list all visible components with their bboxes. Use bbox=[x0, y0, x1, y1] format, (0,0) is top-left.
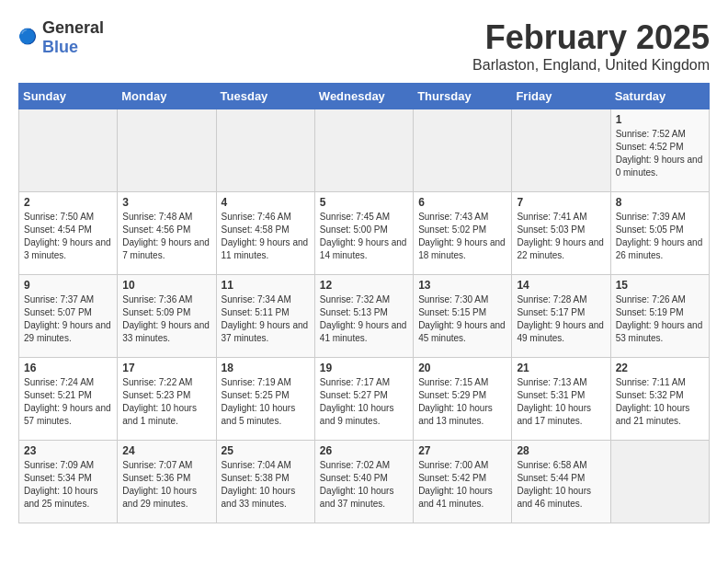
header-monday: Monday bbox=[118, 84, 216, 109]
calendar-cell bbox=[216, 109, 314, 192]
calendar-cell: 22Sunrise: 7:11 AM Sunset: 5:32 PM Dayli… bbox=[610, 358, 709, 441]
day-info: Sunrise: 7:37 AM Sunset: 5:07 PM Dayligh… bbox=[24, 293, 112, 345]
day-info: Sunrise: 7:17 AM Sunset: 5:27 PM Dayligh… bbox=[320, 376, 408, 428]
calendar-cell: 26Sunrise: 7:02 AM Sunset: 5:40 PM Dayli… bbox=[314, 441, 413, 523]
day-number: 25 bbox=[222, 444, 310, 457]
day-number: 28 bbox=[517, 444, 605, 457]
day-info: Sunrise: 7:28 AM Sunset: 5:17 PM Dayligh… bbox=[517, 293, 605, 345]
calendar-cell: 8Sunrise: 7:39 AM Sunset: 5:05 PM Daylig… bbox=[610, 192, 709, 275]
calendar-cell: 12Sunrise: 7:32 AM Sunset: 5:13 PM Dayli… bbox=[314, 275, 413, 358]
calendar-cell: 5Sunrise: 7:45 AM Sunset: 5:00 PM Daylig… bbox=[314, 192, 413, 275]
calendar-cell: 20Sunrise: 7:15 AM Sunset: 5:29 PM Dayli… bbox=[414, 358, 512, 441]
day-number: 10 bbox=[122, 279, 210, 292]
day-number: 26 bbox=[320, 444, 408, 457]
day-number: 4 bbox=[222, 196, 310, 209]
day-number: 24 bbox=[122, 444, 210, 457]
header-wednesday: Wednesday bbox=[314, 84, 413, 109]
calendar-cell: 10Sunrise: 7:36 AM Sunset: 5:09 PM Dayli… bbox=[118, 275, 216, 358]
calendar-cell: 25Sunrise: 7:04 AM Sunset: 5:38 PM Dayli… bbox=[216, 441, 314, 523]
calendar-cell: 21Sunrise: 7:13 AM Sunset: 5:31 PM Dayli… bbox=[512, 358, 610, 441]
day-number: 9 bbox=[24, 279, 112, 292]
day-number: 17 bbox=[122, 362, 210, 374]
calendar-body: 1Sunrise: 7:52 AM Sunset: 4:52 PM Daylig… bbox=[19, 109, 710, 523]
calendar-cell bbox=[414, 109, 512, 192]
calendar-cell: 15Sunrise: 7:26 AM Sunset: 5:19 PM Dayli… bbox=[610, 275, 709, 358]
calendar-table: Sunday Monday Tuesday Wednesday Thursday… bbox=[18, 83, 710, 523]
calendar-cell bbox=[118, 109, 216, 192]
day-info: Sunrise: 7:41 AM Sunset: 5:03 PM Dayligh… bbox=[517, 211, 605, 262]
calendar-cell bbox=[610, 441, 709, 523]
day-info: Sunrise: 7:39 AM Sunset: 5:05 PM Dayligh… bbox=[616, 211, 704, 262]
header-sunday: Sunday bbox=[19, 84, 118, 109]
calendar-cell: 7Sunrise: 7:41 AM Sunset: 5:03 PM Daylig… bbox=[512, 192, 610, 275]
header: 🔵 General Blue February 2025 Barlaston, … bbox=[18, 18, 710, 74]
calendar-cell: 17Sunrise: 7:22 AM Sunset: 5:23 PM Dayli… bbox=[118, 358, 216, 441]
calendar-cell: 3Sunrise: 7:48 AM Sunset: 4:56 PM Daylig… bbox=[118, 192, 216, 275]
day-info: Sunrise: 7:34 AM Sunset: 5:11 PM Dayligh… bbox=[222, 293, 310, 345]
day-info: Sunrise: 7:36 AM Sunset: 5:09 PM Dayligh… bbox=[122, 293, 210, 345]
calendar-cell: 6Sunrise: 7:43 AM Sunset: 5:02 PM Daylig… bbox=[414, 192, 512, 275]
day-number: 15 bbox=[616, 279, 704, 292]
day-info: Sunrise: 7:15 AM Sunset: 5:29 PM Dayligh… bbox=[418, 376, 506, 428]
header-friday: Friday bbox=[512, 84, 610, 109]
day-number: 1 bbox=[616, 113, 704, 126]
day-info: Sunrise: 7:24 AM Sunset: 5:21 PM Dayligh… bbox=[24, 376, 112, 428]
day-info: Sunrise: 7:22 AM Sunset: 5:23 PM Dayligh… bbox=[122, 376, 210, 428]
day-number: 7 bbox=[517, 196, 605, 209]
day-info: Sunrise: 7:26 AM Sunset: 5:19 PM Dayligh… bbox=[616, 293, 704, 345]
day-info: Sunrise: 7:19 AM Sunset: 5:25 PM Dayligh… bbox=[222, 376, 310, 428]
main-title: February 2025 bbox=[472, 18, 710, 57]
day-number: 8 bbox=[616, 196, 704, 209]
calendar-cell: 4Sunrise: 7:46 AM Sunset: 4:58 PM Daylig… bbox=[216, 192, 314, 275]
day-info: Sunrise: 7:30 AM Sunset: 5:15 PM Dayligh… bbox=[418, 293, 506, 345]
header-thursday: Thursday bbox=[414, 84, 512, 109]
day-info: Sunrise: 7:00 AM Sunset: 5:42 PM Dayligh… bbox=[418, 459, 506, 511]
day-number: 20 bbox=[418, 362, 506, 374]
logo-general: General bbox=[42, 18, 104, 37]
day-info: Sunrise: 7:45 AM Sunset: 5:00 PM Dayligh… bbox=[320, 211, 408, 262]
week-row-4: 16Sunrise: 7:24 AM Sunset: 5:21 PM Dayli… bbox=[19, 358, 710, 441]
header-saturday: Saturday bbox=[610, 84, 709, 109]
calendar-cell: 23Sunrise: 7:09 AM Sunset: 5:34 PM Dayli… bbox=[19, 441, 118, 523]
day-number: 18 bbox=[222, 362, 310, 374]
calendar-cell: 16Sunrise: 7:24 AM Sunset: 5:21 PM Dayli… bbox=[19, 358, 118, 441]
day-number: 21 bbox=[517, 362, 605, 374]
day-number: 22 bbox=[616, 362, 704, 374]
calendar-cell: 24Sunrise: 7:07 AM Sunset: 5:36 PM Dayli… bbox=[118, 441, 216, 523]
calendar-cell bbox=[512, 109, 610, 192]
header-tuesday: Tuesday bbox=[216, 84, 314, 109]
day-info: Sunrise: 7:43 AM Sunset: 5:02 PM Dayligh… bbox=[418, 211, 506, 262]
calendar-cell: 9Sunrise: 7:37 AM Sunset: 5:07 PM Daylig… bbox=[19, 275, 118, 358]
week-row-3: 9Sunrise: 7:37 AM Sunset: 5:07 PM Daylig… bbox=[19, 275, 710, 358]
calendar-cell bbox=[314, 109, 413, 192]
calendar-cell: 11Sunrise: 7:34 AM Sunset: 5:11 PM Dayli… bbox=[216, 275, 314, 358]
day-info: Sunrise: 7:50 AM Sunset: 4:54 PM Dayligh… bbox=[24, 211, 112, 262]
subtitle: Barlaston, England, United Kingdom bbox=[472, 57, 710, 74]
title-area: February 2025 Barlaston, England, United… bbox=[472, 18, 710, 74]
day-info: Sunrise: 7:52 AM Sunset: 4:52 PM Dayligh… bbox=[616, 128, 704, 179]
day-number: 27 bbox=[418, 444, 506, 457]
calendar-header: Sunday Monday Tuesday Wednesday Thursday… bbox=[19, 84, 710, 109]
day-number: 11 bbox=[222, 279, 310, 292]
day-number: 14 bbox=[517, 279, 605, 292]
logo-icon: 🔵 bbox=[18, 28, 39, 48]
logo-blue: Blue bbox=[42, 38, 78, 56]
header-row: Sunday Monday Tuesday Wednesday Thursday… bbox=[19, 84, 710, 109]
week-row-2: 2Sunrise: 7:50 AM Sunset: 4:54 PM Daylig… bbox=[19, 192, 710, 275]
day-info: Sunrise: 7:07 AM Sunset: 5:36 PM Dayligh… bbox=[122, 459, 210, 511]
week-row-1: 1Sunrise: 7:52 AM Sunset: 4:52 PM Daylig… bbox=[19, 109, 710, 192]
logo: 🔵 General Blue bbox=[18, 18, 104, 57]
day-info: Sunrise: 7:02 AM Sunset: 5:40 PM Dayligh… bbox=[320, 459, 408, 511]
svg-text:🔵: 🔵 bbox=[18, 28, 38, 45]
day-info: Sunrise: 7:48 AM Sunset: 4:56 PM Dayligh… bbox=[122, 211, 210, 262]
day-number: 12 bbox=[320, 279, 408, 292]
day-info: Sunrise: 7:13 AM Sunset: 5:31 PM Dayligh… bbox=[517, 376, 605, 428]
day-number: 13 bbox=[418, 279, 506, 292]
calendar-cell: 13Sunrise: 7:30 AM Sunset: 5:15 PM Dayli… bbox=[414, 275, 512, 358]
day-number: 23 bbox=[24, 444, 112, 457]
calendar-cell: 27Sunrise: 7:00 AM Sunset: 5:42 PM Dayli… bbox=[414, 441, 512, 523]
day-info: Sunrise: 6:58 AM Sunset: 5:44 PM Dayligh… bbox=[517, 459, 605, 511]
calendar-cell: 28Sunrise: 6:58 AM Sunset: 5:44 PM Dayli… bbox=[512, 441, 610, 523]
day-number: 5 bbox=[320, 196, 408, 209]
day-number: 2 bbox=[24, 196, 112, 209]
